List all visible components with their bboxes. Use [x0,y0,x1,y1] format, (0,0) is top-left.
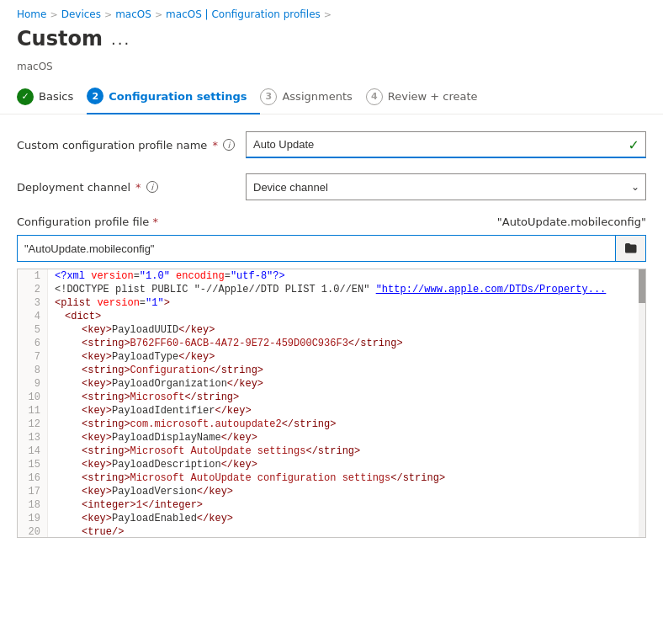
profile-name-input[interactable] [246,131,646,158]
breadcrumb: Home > Devices > macOS > macOS | Configu… [0,0,663,24]
deployment-channel-label-text: Deployment channel [17,181,130,194]
profile-name-check-icon: ✓ [629,137,639,153]
step-assignments-label: Assignments [282,90,352,103]
code-scrollbar[interactable] [639,269,645,537]
step-configuration-circle: 2 [87,88,103,104]
config-file-display-name: "AutoUpdate.mobileconfig" [497,216,646,228]
deployment-channel-info-icon[interactable]: i [146,181,158,193]
code-line-9: 9 <key>PayloadOrganization</key> [18,377,645,391]
profile-name-required: * [212,139,218,152]
page-header: Custom ... [0,24,663,61]
step-assignments[interactable]: 3 Assignments [260,80,365,114]
code-line-15: 15 <key>PayloadDescription</key> [18,458,645,471]
code-line-13: 13 <key>PayloadDisplayName</key> [18,431,645,444]
code-line-1: 1 <?xml version="1.0" encoding="utf-8"?> [18,269,645,283]
profile-name-input-wrapper: ✓ [246,131,646,158]
step-configuration-label: Configuration settings [109,90,247,103]
code-line-11: 11 <key>PayloadIdentifier</key> [18,404,645,418]
breadcrumb-sep-2: > [104,9,112,20]
deployment-channel-row: Deployment channel * i Device channel Us… [17,173,646,200]
file-browse-button[interactable] [615,236,645,261]
breadcrumb-macos[interactable]: macOS [115,8,151,20]
config-file-label: Configuration profile file * [17,216,236,228]
step-configuration[interactable]: 2 Configuration settings [87,79,260,114]
config-file-row: Configuration profile file * "AutoUpdate… [17,216,646,228]
more-options-icon[interactable]: ... [111,30,130,48]
deployment-channel-label: Deployment channel * i [17,181,236,194]
step-review-circle: 4 [366,88,383,105]
code-line-10: 10 <string>Microsoft</string> [18,391,645,404]
profile-name-label: Custom configuration profile name * i [17,139,236,152]
deployment-channel-required: * [135,181,141,194]
code-scrollbar-thumb[interactable] [639,269,645,303]
profile-name-info-icon[interactable]: i [223,139,235,151]
code-line-14: 14 <string>Microsoft AutoUpdate settings… [18,444,645,458]
wizard-steps: ✓ Basics 2 Configuration settings 3 Assi… [0,79,663,114]
profile-name-label-text: Custom configuration profile name [17,139,207,152]
code-line-2: 2 <!DOCTYPE plist PUBLIC "-//Apple//DTD … [18,283,645,296]
code-editor[interactable]: 1 <?xml version="1.0" encoding="utf-8"?>… [17,269,646,538]
step-basics[interactable]: ✓ Basics [17,80,87,114]
deployment-channel-select[interactable]: Device channel User channel [246,173,646,200]
step-review[interactable]: 4 Review + create [366,80,491,114]
step-basics-circle: ✓ [17,88,34,105]
page-title: Custom [17,27,103,51]
file-input[interactable] [18,242,615,255]
code-line-4: 4 <dict> [18,310,645,323]
breadcrumb-config-profiles[interactable]: macOS | Configuration profiles [166,8,321,20]
profile-name-row: Custom configuration profile name * i ✓ [17,131,646,158]
code-line-3: 3 <plist version="1"> [18,296,645,310]
code-line-17: 17 <key>PayloadVersion</key> [18,485,645,498]
code-line-18: 18 <integer>1</integer> [18,498,645,512]
breadcrumb-sep-1: > [50,9,57,20]
code-line-19: 19 <key>PayloadEnabled</key> [18,512,645,525]
code-line-6: 6 <string>B762FF60-6ACB-4A72-9E72-459D00… [18,337,645,350]
config-file-required: * [152,216,158,228]
step-basics-label: Basics [39,90,73,103]
code-line-16: 16 <string>Microsoft AutoUpdate configur… [18,471,645,485]
form-content: Custom configuration profile name * i ✓ … [0,131,663,538]
breadcrumb-devices[interactable]: Devices [61,8,101,20]
deployment-channel-dropdown-wrapper: Device channel User channel ⌄ [246,173,646,200]
breadcrumb-sep-4: > [324,9,332,20]
step-review-label: Review + create [388,90,478,103]
file-input-bar [17,235,646,262]
code-line-5: 5 <key>PayloadUUID</key> [18,323,645,337]
folder-icon [624,242,638,255]
code-line-20: 20 <true/> [18,525,645,538]
code-line-8: 8 <string>Configuration</string> [18,364,645,377]
page-subtitle: macOS [0,61,663,79]
code-line-7: 7 <key>PayloadType</key> [18,350,645,364]
config-file-label-text: Configuration profile file [17,216,149,228]
step-assignments-circle: 3 [260,88,277,105]
code-line-12: 12 <string>com.microsoft.autoupdate2</st… [18,418,645,431]
breadcrumb-sep-3: > [155,9,162,20]
breadcrumb-home[interactable]: Home [17,8,46,20]
